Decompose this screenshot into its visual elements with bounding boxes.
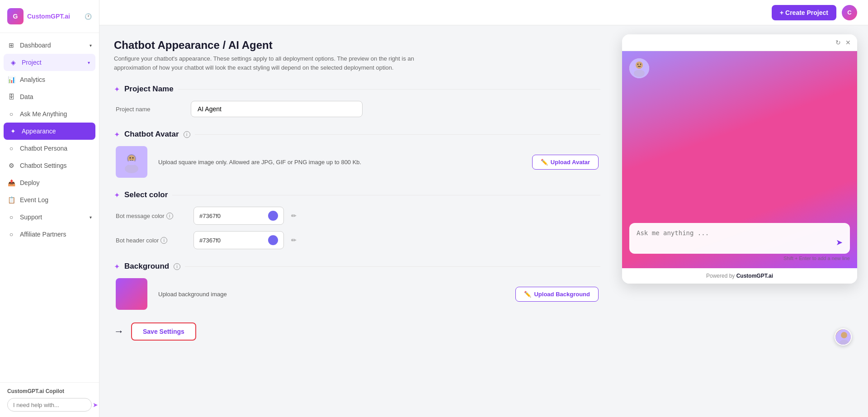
chatbot-preview-input[interactable] (637, 229, 832, 247)
logo-text: CustomGPT.ai (27, 13, 70, 20)
analytics-icon: 📊 (7, 76, 15, 84)
create-project-button[interactable]: + Create Project (772, 5, 836, 20)
chevron-down-icon: ▾ (90, 43, 92, 48)
content-area: Chatbot Appearance / AI Agent Configure … (99, 25, 868, 417)
floating-avatar (835, 328, 852, 346)
svg-point-10 (634, 70, 645, 77)
svg-point-3 (130, 157, 131, 159)
section-divider3 (172, 195, 600, 195)
bot-message-color-row: Bot message color i #7367f0 ✏ (114, 207, 600, 225)
section-sparkle-icon: ✦ (114, 85, 120, 94)
upload-avatar-button[interactable]: ✏️ Upload Avatar (532, 155, 599, 170)
copilot-section: CustomGPT.ai Copilot ➤ (0, 382, 99, 417)
ask-icon: ○ (7, 110, 15, 118)
sidebar-item-chatbot-persona[interactable]: ○ Chatbot Persona (0, 140, 99, 157)
chatbot-avatar-image (629, 58, 649, 78)
sidebar-item-support[interactable]: ○ Support ▾ (0, 208, 99, 226)
bot-message-color-value: #7367f0 (199, 213, 264, 219)
sidebar-item-ask-me-anything[interactable]: ○ Ask Me Anything (0, 105, 99, 123)
avatar-image (120, 151, 143, 173)
clock-icon: 🕐 (85, 13, 92, 20)
page-description: Configure your chatbot's appearance. The… (114, 54, 430, 72)
sidebar: G CustomGPT.ai 🕐 ⊞ Dashboard ▾ ◈ Project… (0, 0, 99, 417)
copilot-input-wrap[interactable]: ➤ (7, 398, 92, 412)
color-section: ✦ Select color Bot message color i #7367… (114, 190, 600, 249)
svg-point-1 (125, 164, 138, 173)
background-upload-info: Upload background image (158, 291, 505, 298)
project-name-label: Project name (116, 106, 184, 113)
sidebar-item-chatbot-settings[interactable]: ⚙ Chatbot Settings (0, 157, 99, 174)
bot-header-info-icon: i (160, 237, 167, 244)
background-section: ✦ Background i Upload background image ✏… (114, 262, 600, 310)
svg-point-7 (636, 62, 643, 69)
bot-message-color-label: Bot message color i (116, 213, 188, 219)
topbar: + Create Project C (99, 0, 868, 25)
appearance-icon: ✦ (9, 127, 17, 135)
data-icon: 🗄 (7, 93, 15, 101)
support-icon: ○ (7, 213, 15, 221)
topbar-avatar: C (842, 5, 857, 20)
section-header-color: ✦ Select color (114, 190, 600, 199)
copilot-send-icon[interactable]: ➤ (93, 401, 98, 408)
avatar-info-icon: i (184, 131, 190, 138)
sidebar-item-project[interactable]: ◈ Project ▾ (4, 54, 95, 71)
bot-header-color-edit-icon[interactable]: ✏ (291, 237, 297, 244)
event-log-icon: 📋 (7, 196, 15, 204)
chatbot-preview-footer: Powered by CustomGPT.ai (622, 268, 857, 284)
project-name-input[interactable] (191, 101, 363, 117)
color-title: Select color (124, 190, 168, 199)
right-panel: ↻ ✕ (615, 25, 868, 417)
project-icon: ◈ (9, 58, 17, 66)
bot-message-color-edit-icon[interactable]: ✏ (291, 212, 297, 219)
svg-point-4 (132, 157, 134, 159)
svg-point-9 (640, 64, 641, 65)
bot-message-color-input[interactable]: #7367f0 (193, 207, 284, 225)
sidebar-nav: ⊞ Dashboard ▾ ◈ Project ▾ 📊 Analytics 🗄 … (0, 33, 99, 382)
sidebar-item-affiliate-partners[interactable]: ○ Affiliate Partners (0, 226, 99, 243)
settings-icon: ⚙ (7, 161, 15, 170)
persona-icon: ○ (7, 144, 15, 152)
avatar-preview (116, 146, 147, 178)
section-sparkle-icon4: ✦ (114, 262, 120, 271)
sidebar-item-analytics[interactable]: 📊 Analytics (0, 71, 99, 88)
sidebar-item-data[interactable]: 🗄 Data (0, 88, 99, 105)
sidebar-item-deploy[interactable]: 📤 Deploy (0, 174, 99, 191)
chatbot-hint-text: Shift + Enter to add a new line (629, 256, 850, 261)
arrow-right-icon: → (114, 326, 124, 337)
bot-header-color-row: Bot header color i #7367f0 ✏ (114, 231, 600, 249)
close-icon[interactable]: ✕ (845, 39, 851, 46)
chatbot-preview: ↻ ✕ (622, 34, 857, 284)
section-sparkle-icon2: ✦ (114, 130, 120, 139)
bot-header-color-swatch[interactable] (268, 235, 278, 245)
section-divider (178, 89, 600, 90)
chatbot-send-icon[interactable]: ➤ (836, 237, 843, 247)
project-name-section: ✦ Project Name Project name (114, 85, 600, 117)
save-settings-button[interactable]: Save Settings (131, 322, 196, 341)
section-header-avatar: ✦ Chatbot Avatar i (114, 130, 600, 139)
bot-header-color-input[interactable]: #7367f0 (193, 231, 284, 249)
refresh-icon[interactable]: ↻ (835, 39, 841, 46)
section-header-background: ✦ Background i (114, 262, 600, 271)
chatbot-preview-header: ↻ ✕ (622, 34, 857, 51)
bot-message-color-swatch[interactable] (268, 211, 278, 221)
chatbot-footer-brand: CustomGPT.ai (736, 273, 773, 279)
page-title: Chatbot Appearance / AI Agent (114, 39, 600, 52)
sidebar-logo: G CustomGPT.ai 🕐 (0, 0, 99, 33)
avatar-title: Chatbot Avatar (124, 130, 179, 139)
main: + Create Project C Chatbot Appearance / … (99, 0, 868, 417)
project-name-title: Project Name (124, 85, 174, 94)
affiliate-icon: ○ (7, 230, 15, 238)
svg-point-8 (637, 64, 638, 65)
project-name-row: Project name (114, 101, 600, 117)
chatbot-preview-input-area: ➤ (629, 223, 850, 254)
floating-avatar-image (835, 329, 852, 346)
avatar-upload-info: Upload square image only. Allowed are JP… (158, 159, 521, 166)
sidebar-item-appearance[interactable]: ✦ Appearance (4, 123, 95, 140)
sidebar-item-dashboard[interactable]: ⊞ Dashboard ▾ (0, 37, 99, 54)
chatbot-preview-body: ➤ Shift + Enter to add a new line (622, 51, 857, 268)
chatbot-avatar-section: ✦ Chatbot Avatar i (114, 130, 600, 178)
copilot-label: CustomGPT.ai Copilot (7, 388, 92, 394)
upload-background-button[interactable]: ✏️ Upload Background (515, 287, 599, 302)
sidebar-item-event-log[interactable]: 📋 Event Log (0, 191, 99, 208)
copilot-input[interactable] (13, 402, 89, 408)
